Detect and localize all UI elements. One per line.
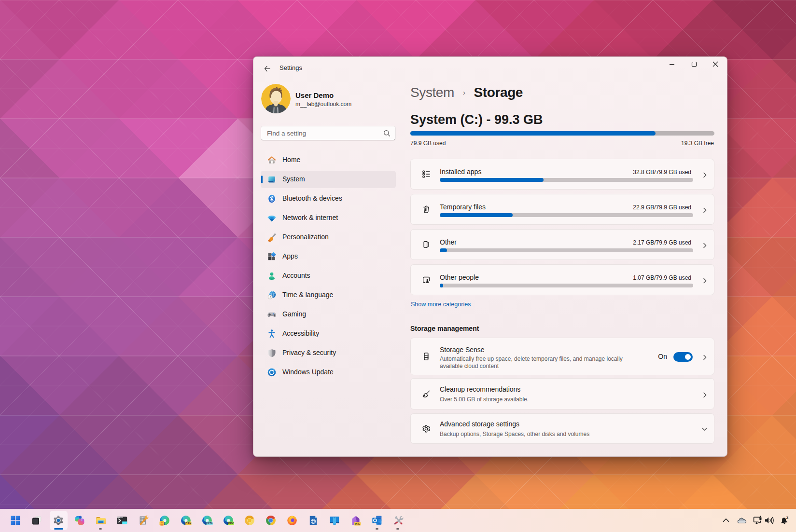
svg-text:DEV: DEV [228, 522, 234, 525]
svg-text:CAN: CAN [185, 522, 191, 525]
svg-text:PRE: PRE [355, 522, 360, 525]
svg-text:BETA: BETA [206, 522, 213, 525]
svg-text:z: z [786, 515, 789, 520]
